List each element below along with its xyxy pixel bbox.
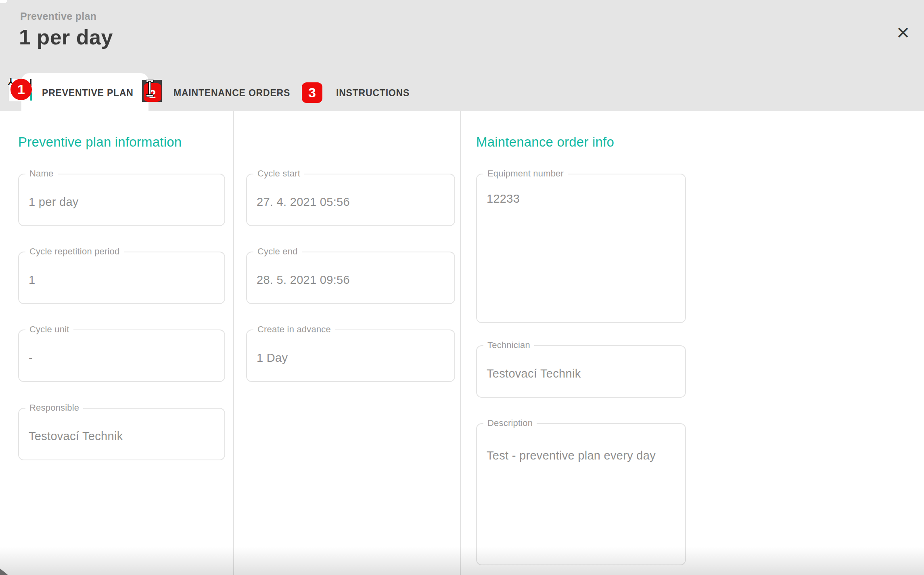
cycle-start-value: 27. 4. 2021 05:56 <box>257 195 350 209</box>
technician-label: Technician <box>483 340 534 350</box>
corner-notch <box>0 0 7 3</box>
close-button[interactable]: ✕ <box>893 23 914 44</box>
step-badge-3: 3 <box>302 82 322 103</box>
cycle-end-value: 28. 5. 2021 09:56 <box>257 273 350 287</box>
cycle-start-label: Cycle start <box>253 168 304 179</box>
dialog-eyebrow: Preventive plan <box>20 10 96 22</box>
cycle-repetition-period-field[interactable]: Cycle repetition period 1 <box>18 252 225 304</box>
page-title: 1 per day <box>19 25 113 49</box>
cycle-unit-label: Cycle unit <box>25 324 73 335</box>
cycle-repetition-period-value: 1 <box>29 273 35 287</box>
close-icon: ✕ <box>896 25 910 42</box>
cycle-start-field[interactable]: Cycle start 27. 4. 2021 05:56 <box>246 174 455 226</box>
step-badge-1: 1 <box>10 79 32 100</box>
cycle-repetition-period-label: Cycle repetition period <box>25 246 124 257</box>
cycle-end-field[interactable]: Cycle end 28. 5. 2021 09:56 <box>246 252 455 304</box>
column-divider-1 <box>233 111 234 575</box>
description-value: Test - preventive plan every day <box>487 449 656 462</box>
text-cursor-icon <box>146 80 153 97</box>
equipment-number-value: 12233 <box>487 192 520 206</box>
technician-field[interactable]: Technician Testovací Technik <box>476 345 686 398</box>
description-label: Description <box>483 418 537 428</box>
name-field[interactable]: Name 1 per day <box>18 174 225 226</box>
create-in-advance-value: 1 Day <box>257 351 288 365</box>
technician-value: Testovací Technik <box>487 367 581 380</box>
column-divider-2 <box>460 111 461 575</box>
tab-instructions[interactable]: INSTRUCTIONS <box>336 88 410 99</box>
name-field-label: Name <box>25 168 58 179</box>
section-heading-plan-info: Preventive plan information <box>18 134 182 150</box>
description-field[interactable]: Description Test - preventive plan every… <box>476 423 686 565</box>
create-in-advance-field[interactable]: Create in advance 1 Day <box>246 329 455 382</box>
cycle-unit-value: - <box>29 351 33 365</box>
responsible-value: Testovací Technik <box>29 430 123 443</box>
cycle-end-label: Cycle end <box>253 246 302 257</box>
create-in-advance-label: Create in advance <box>253 324 335 335</box>
equipment-number-field[interactable]: Equipment number 12233 <box>476 174 686 323</box>
equipment-number-label: Equipment number <box>483 168 568 179</box>
cycle-unit-field[interactable]: Cycle unit - <box>18 329 225 382</box>
name-field-value: 1 per day <box>29 195 79 209</box>
section-heading-order-info: Maintenance order info <box>476 134 614 150</box>
preventive-plan-dialog: Preventive plan 1 per day ✕ PREVENTIVE P… <box>0 0 924 575</box>
responsible-field[interactable]: Responsible Testovací Technik <box>18 408 225 460</box>
bottom-corner-artifact <box>0 569 8 575</box>
tab-preventive-plan[interactable]: PREVENTIVE PLAN <box>42 88 134 99</box>
responsible-label: Responsible <box>25 403 83 413</box>
tab-maintenance-orders[interactable]: MAINTENANCE ORDERS <box>174 88 290 99</box>
